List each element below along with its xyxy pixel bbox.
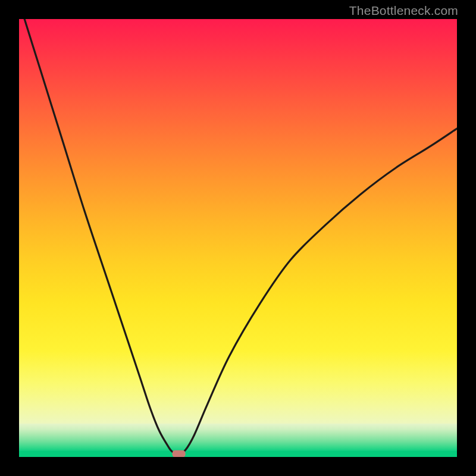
plot-area bbox=[19, 19, 457, 457]
chart-frame: TheBottleneck.com bbox=[0, 0, 476, 476]
watermark-text: TheBottleneck.com bbox=[349, 4, 458, 18]
curve-layer bbox=[19, 19, 457, 457]
minimum-marker bbox=[173, 450, 186, 457]
bottleneck-curve bbox=[19, 19, 457, 454]
